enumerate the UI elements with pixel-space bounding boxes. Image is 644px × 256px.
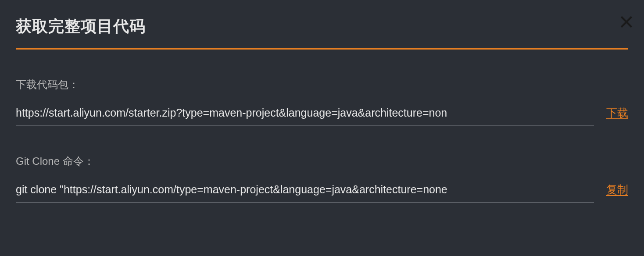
download-url-input[interactable]	[16, 107, 594, 126]
get-code-dialog: 获取完整项目代码 下载代码包： 下载 Git Clone 命令： 复制	[0, 0, 644, 219]
close-icon[interactable]	[618, 13, 635, 31]
gitclone-command-input[interactable]	[16, 183, 594, 203]
download-button[interactable]: 下载	[606, 106, 628, 120]
title-section: 获取完整项目代码	[16, 16, 628, 50]
download-row: 下载	[16, 106, 628, 126]
title-divider	[16, 48, 628, 50]
gitclone-row: 复制	[16, 182, 628, 203]
dialog-title: 获取完整项目代码	[16, 16, 628, 48]
copy-button[interactable]: 复制	[606, 182, 628, 197]
gitclone-label: Git Clone 命令：	[16, 154, 628, 168]
gitclone-field-group: Git Clone 命令： 复制	[16, 154, 628, 203]
download-field-group: 下载代码包： 下载	[16, 78, 628, 126]
download-label: 下载代码包：	[16, 78, 628, 92]
